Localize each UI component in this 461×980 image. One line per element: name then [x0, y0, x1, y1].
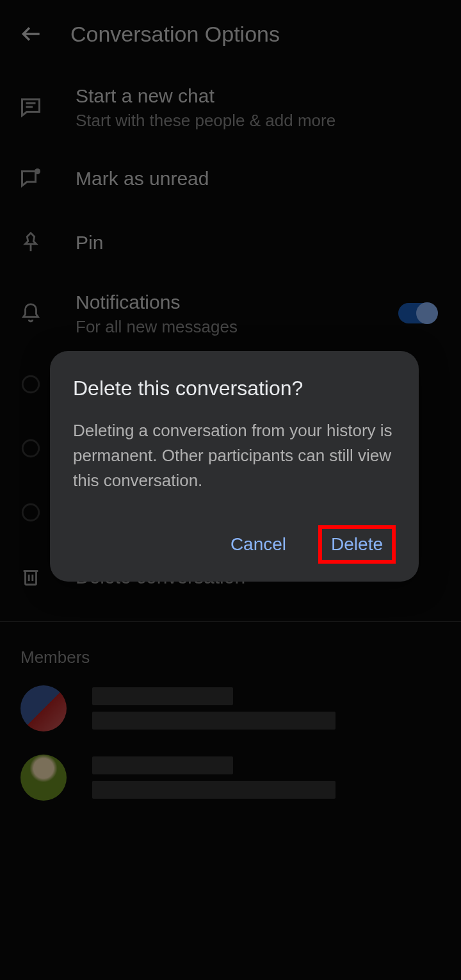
cancel-button[interactable]: Cancel [218, 525, 299, 564]
delete-button[interactable]: Delete [318, 525, 396, 564]
dialog-title: Delete this conversation? [73, 377, 396, 400]
dialog-body: Deleting a conversation from your histor… [73, 418, 396, 493]
dialog-buttons: Cancel Delete [73, 525, 396, 564]
delete-confirm-dialog: Delete this conversation? Deleting a con… [50, 351, 419, 582]
